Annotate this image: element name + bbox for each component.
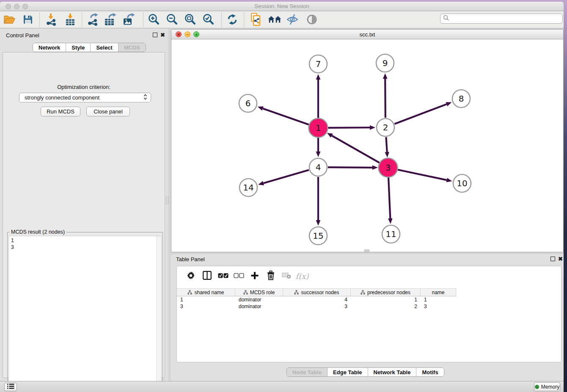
desktop-background-right bbox=[563, 0, 567, 392]
control-panel-tabs: NetworkStyleSelectMCDS bbox=[33, 43, 146, 52]
column-header-successor-nodes[interactable]: successor nodes bbox=[283, 289, 351, 296]
arrowhead bbox=[372, 165, 378, 170]
arrowhead bbox=[316, 220, 321, 226]
column-type-icon bbox=[243, 290, 248, 295]
node-label-7: 7 bbox=[316, 59, 321, 69]
network-window-titlebar[interactable]: ✕ − + scc.txt bbox=[171, 30, 563, 39]
column-header-shared-name[interactable]: shared name bbox=[177, 289, 235, 296]
column-header-name[interactable]: name bbox=[421, 289, 456, 296]
edge-3-10[interactable] bbox=[398, 170, 447, 180]
tab-edge-table[interactable]: Edge Table bbox=[327, 368, 367, 376]
zoom-in-button[interactable] bbox=[146, 13, 161, 27]
tab-style[interactable]: Style bbox=[66, 43, 90, 52]
control-panel-float-icon[interactable] bbox=[153, 33, 157, 37]
search-field[interactable] bbox=[440, 14, 563, 24]
arrowhead bbox=[446, 178, 452, 182]
result-scrollbar[interactable] bbox=[156, 236, 161, 392]
zoom-in-icon bbox=[147, 13, 160, 27]
show-columns-button[interactable] bbox=[201, 270, 213, 282]
node-label-15: 15 bbox=[313, 231, 323, 241]
table-panel-close-icon[interactable]: ✖ bbox=[558, 257, 563, 261]
zoom-fit-button[interactable] bbox=[183, 13, 197, 27]
edge-4-3[interactable] bbox=[328, 167, 372, 168]
criterion-dropdown[interactable]: strongly connected component bbox=[19, 93, 151, 102]
table-panel-title: Table Panel bbox=[176, 256, 205, 262]
edge-2-3[interactable] bbox=[386, 137, 387, 152]
dropdown-stepper-icon bbox=[143, 94, 147, 102]
edge-1-6[interactable] bbox=[263, 108, 309, 124]
cell-predecessor-nodes: 2 bbox=[351, 303, 421, 310]
hide-graphics-button[interactable] bbox=[285, 13, 300, 27]
new-network-from-file-button[interactable] bbox=[249, 13, 263, 27]
unchecked-boxes-icon bbox=[234, 273, 244, 279]
delete-column-button[interactable] bbox=[264, 270, 277, 282]
deselect-all-button[interactable] bbox=[232, 270, 245, 282]
table-settings-button[interactable] bbox=[184, 270, 197, 282]
column-label: successor nodes bbox=[301, 290, 339, 295]
criterion-value: strongly connected component bbox=[25, 94, 143, 101]
refresh-button[interactable] bbox=[225, 13, 239, 27]
show-graphics-button[interactable] bbox=[305, 13, 319, 27]
import-network-button[interactable] bbox=[44, 13, 58, 27]
mcds-result-textarea[interactable]: 1 3 bbox=[8, 236, 162, 392]
home-view-button[interactable] bbox=[267, 13, 282, 27]
create-column-button[interactable] bbox=[248, 270, 261, 282]
node-label-2: 2 bbox=[383, 122, 388, 133]
search-input[interactable] bbox=[451, 16, 562, 22]
tab-network-table[interactable]: Network Table bbox=[368, 368, 416, 376]
export-table-button[interactable] bbox=[103, 13, 118, 27]
cell-MCDS-role: dominator bbox=[235, 296, 283, 303]
select-all-button[interactable] bbox=[217, 270, 229, 282]
arrowhead bbox=[258, 181, 264, 185]
tab-mcds[interactable]: MCDS bbox=[118, 43, 146, 52]
column-label: shared name bbox=[194, 290, 224, 295]
run-mcds-button[interactable]: Run MCDS bbox=[41, 107, 80, 116]
tab-motifs[interactable]: Motifs bbox=[416, 368, 443, 376]
zoom-out-button[interactable] bbox=[165, 13, 179, 27]
zoom-selected-button[interactable] bbox=[201, 13, 215, 27]
close-panel-button[interactable]: Close panel bbox=[86, 107, 130, 116]
arrowhead bbox=[316, 152, 321, 157]
zoom-selected-icon bbox=[202, 13, 215, 27]
export-image-button[interactable] bbox=[122, 13, 136, 27]
control-panel-close-icon[interactable]: ✖ bbox=[160, 33, 165, 37]
edge-4-14[interactable] bbox=[264, 170, 309, 183]
edge-3-11[interactable] bbox=[388, 177, 390, 218]
edge-2-9[interactable] bbox=[385, 79, 385, 118]
export-network-button[interactable] bbox=[85, 13, 100, 27]
table-row[interactable]: 1dominator411 bbox=[177, 296, 456, 303]
panel-splitter-handle[interactable] bbox=[166, 197, 169, 204]
network-file-icon bbox=[250, 13, 262, 28]
arrowhead bbox=[370, 125, 375, 130]
task-history-button[interactable] bbox=[4, 383, 17, 391]
cytoscape-window: Session: New Session bbox=[0, 2, 564, 392]
import-table-button[interactable] bbox=[63, 13, 77, 27]
memory-label: Memory bbox=[541, 384, 559, 390]
control-panel-title: Control Panel bbox=[6, 32, 39, 39]
edge-2-8[interactable] bbox=[395, 104, 447, 124]
fx-icon: f(x) bbox=[296, 272, 309, 281]
memory-button[interactable]: Memory bbox=[534, 382, 560, 391]
network-canvas[interactable]: 7968124314101511 bbox=[172, 39, 563, 252]
column-type-icon bbox=[294, 290, 299, 295]
edge-3-1[interactable] bbox=[332, 135, 380, 163]
column-header-predecessor-nodes[interactable]: predecessor nodes bbox=[351, 289, 421, 296]
delete-table-button-disabled bbox=[280, 270, 292, 282]
edge-1-2[interactable] bbox=[328, 127, 370, 128]
tab-select[interactable]: Select bbox=[90, 43, 118, 52]
open-folder-icon bbox=[4, 15, 15, 25]
arrowhead bbox=[316, 74, 321, 80]
column-type-icon bbox=[187, 290, 192, 295]
tab-node-table[interactable]: Node Table bbox=[287, 368, 327, 376]
export-image-icon bbox=[123, 13, 135, 27]
table-row[interactable]: 3dominator323 bbox=[177, 303, 456, 310]
table-panel-float-icon[interactable] bbox=[550, 257, 555, 261]
column-header-MCDS-role[interactable]: MCDS role bbox=[235, 289, 283, 296]
open-session-button[interactable] bbox=[2, 13, 17, 27]
tab-network[interactable]: Network bbox=[33, 43, 66, 52]
function-builder-button-disabled: f(x) bbox=[296, 270, 308, 282]
mcds-result-title: MCDS result (2 nodes) bbox=[9, 229, 66, 235]
canvas-scroll-thumb[interactable] bbox=[364, 249, 369, 252]
node-label-11: 11 bbox=[385, 229, 396, 239]
save-session-button[interactable] bbox=[21, 13, 35, 27]
